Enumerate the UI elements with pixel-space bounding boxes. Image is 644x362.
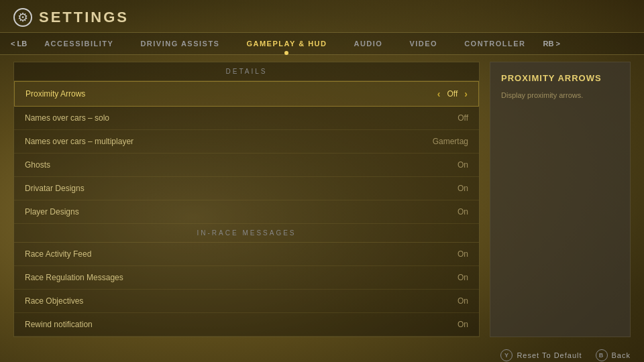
back-icon: B [596, 349, 608, 361]
setting-label-player-designs: Player Designs [25, 207, 458, 217]
setting-label-rewind: Rewind notification [25, 320, 458, 329]
info-panel-title: PROXIMITY ARROWS [501, 73, 619, 83]
setting-value-race-activity: On [458, 249, 468, 259]
setting-value-player-designs: On [458, 207, 468, 217]
setting-label-ghosts: Ghosts [25, 160, 458, 170]
reset-icon: Y [500, 349, 513, 361]
setting-label-names-multi: Names over cars – multiplayer [25, 137, 433, 146]
setting-row-names-multi[interactable]: Names over cars – multiplayer Gamertag [14, 130, 479, 154]
setting-value-rewind: On [458, 320, 468, 329]
tab-gameplay-hud[interactable]: GAMEPLAY & HUD [233, 33, 340, 54]
setting-label-drivatar: Drivatar Designs [25, 184, 458, 193]
details-section-header: DETAILS [14, 62, 479, 81]
setting-row-race-regulation[interactable]: Race Regulation Messages On [14, 266, 479, 290]
setting-label-race-activity: Race Activity Feed [25, 249, 458, 259]
back-label: Back [612, 351, 631, 359]
setting-row-ghosts[interactable]: Ghosts On [14, 154, 479, 177]
info-panel-description: Display proximity arrows. [501, 90, 619, 101]
setting-label-race-regulation: Race Regulation Messages [25, 273, 458, 282]
setting-value-drivatar: On [458, 184, 468, 193]
tab-controller[interactable]: CONTROLLER [451, 33, 539, 54]
tab-driving-assists[interactable]: DRIVING ASSISTS [127, 33, 233, 54]
nav-right-arrow[interactable]: RB > [539, 34, 564, 53]
setting-label-names-solo: Names over cars – solo [25, 113, 458, 123]
tab-accessibility[interactable]: ACCESSIBILITY [31, 33, 127, 54]
reset-label: Reset To Default [517, 351, 582, 359]
setting-value-names-multi: Gamertag [433, 137, 468, 146]
setting-value-container-proximity-arrows: ‹ Off › [437, 88, 468, 99]
setting-row-race-activity[interactable]: Race Activity Feed On [14, 243, 479, 266]
setting-label-proximity-arrows: Proximity Arrows [25, 89, 437, 99]
setting-label-race-objectives: Race Objectives [25, 296, 458, 306]
setting-row-names-solo[interactable]: Names over cars – solo Off [14, 107, 479, 130]
setting-value-race-objectives: On [458, 296, 468, 306]
back-button[interactable]: B Back [596, 349, 631, 361]
tab-audio[interactable]: AUDIO [340, 33, 396, 54]
main-content: DETAILS Proximity Arrows ‹ Off › Names o… [0, 55, 644, 344]
reset-to-default-button[interactable]: Y Reset To Default [500, 349, 582, 361]
in-race-section-header: IN-RACE MESSAGES [14, 224, 479, 243]
tab-video[interactable]: VIDEO [396, 33, 451, 54]
setting-row-rewind[interactable]: Rewind notification On [14, 313, 479, 337]
setting-value-ghosts: On [458, 160, 468, 170]
setting-row-race-objectives[interactable]: Race Objectives On [14, 290, 479, 313]
setting-row-player-designs[interactable]: Player Designs On [14, 200, 479, 224]
setting-value-names-solo: Off [458, 113, 468, 123]
nav-left-arrow[interactable]: < LB [7, 34, 31, 53]
header: SETTINGS [0, 0, 644, 32]
value-left-arrow[interactable]: ‹ [437, 88, 441, 99]
setting-row-drivatar[interactable]: Drivatar Designs On [14, 177, 479, 200]
value-right-arrow[interactable]: › [464, 88, 468, 99]
page-title: SETTINGS [39, 9, 129, 26]
setting-value-race-regulation: On [458, 273, 468, 282]
footer: Y Reset To Default B Back [0, 344, 644, 362]
setting-row-proximity-arrows[interactable]: Proximity Arrows ‹ Off › [14, 81, 479, 107]
setting-value-proximity-arrows: Off [447, 89, 458, 99]
nav-tabs: < LB ACCESSIBILITY DRIVING ASSISTS GAMEP… [0, 32, 644, 55]
info-panel: PROXIMITY ARROWS Display proximity arrow… [490, 62, 631, 337]
settings-panel: DETAILS Proximity Arrows ‹ Off › Names o… [13, 62, 480, 337]
gear-icon [13, 8, 32, 27]
